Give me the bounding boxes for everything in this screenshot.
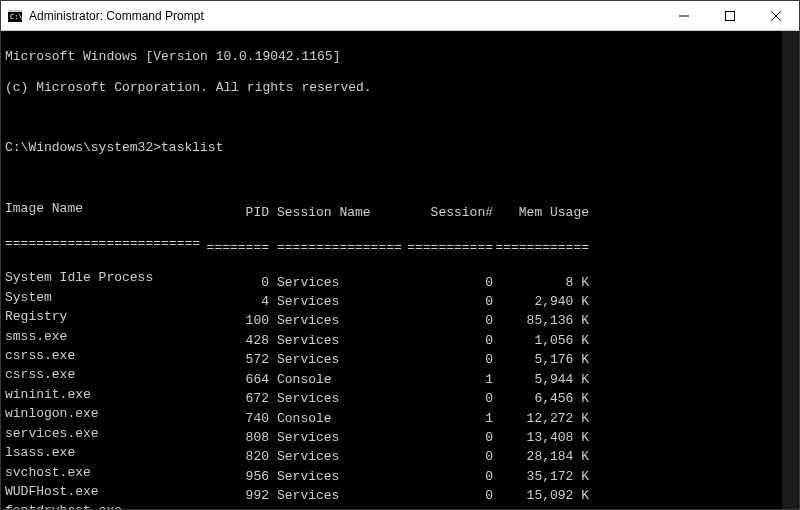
task-name: svchost.exe [5,465,205,480]
task-session: Services [269,469,405,484]
task-row: wininit.exe672Services06,456 K [5,387,799,406]
minimize-icon [679,11,689,21]
header-pid: PID [205,205,269,220]
task-row: WUDFHost.exe992Services015,092 K [5,484,799,503]
table-header: Image NamePIDSession NameSession#Mem Usa… [5,201,799,220]
task-mem: 2,940 K [493,294,589,309]
task-session-num: 0 [405,275,493,290]
task-mem: 12,272 K [493,411,589,426]
task-session-num: 0 [405,313,493,328]
task-session: Services [269,449,405,464]
typed-command: tasklist [161,140,223,155]
task-session-num: 0 [405,391,493,406]
header-session-name: Session Name [269,205,405,220]
task-row: lsass.exe820Services028,184 K [5,445,799,464]
task-mem: 5,944 K [493,372,589,387]
task-mem: 6,456 K [493,391,589,406]
task-session: Services [269,488,405,503]
task-pid: 4 [205,294,269,309]
task-name: csrss.exe [5,367,205,382]
task-pid: 740 [205,411,269,426]
task-session-num: 0 [405,430,493,445]
task-session: Services [269,313,405,328]
close-icon [771,11,781,21]
task-row: System4Services02,940 K [5,290,799,309]
task-row: System Idle Process0Services08 K [5,270,799,289]
task-row: Registry100Services085,136 K [5,309,799,328]
svg-rect-4 [726,11,735,20]
prompt-path: C:\Windows\system32> [5,140,161,155]
banner-line: Microsoft Windows [Version 10.0.19042.11… [5,49,799,64]
task-session-num: 0 [405,449,493,464]
task-row: svchost.exe956Services035,172 K [5,465,799,484]
task-name: smss.exe [5,329,205,344]
task-session-num: 1 [405,411,493,426]
window-title: Administrator: Command Prompt [29,9,204,23]
task-mem: 85,136 K [493,313,589,328]
task-row: fontdrvhost.exe1016Services02,592 K [5,503,799,509]
maximize-button[interactable] [707,1,753,31]
minimize-button[interactable] [661,1,707,31]
task-row: winlogon.exe740Console112,272 K [5,406,799,425]
task-pid: 1016 [205,508,269,509]
task-mem: 13,408 K [493,430,589,445]
task-name: System Idle Process [5,270,205,285]
task-name: lsass.exe [5,445,205,460]
task-session-num: 0 [405,352,493,367]
task-session-num: 0 [405,333,493,348]
task-row: csrss.exe664Console15,944 K [5,367,799,386]
task-session: Console [269,372,405,387]
task-pid: 672 [205,391,269,406]
task-session-num: 0 [405,508,493,509]
task-mem: 2,592 K [493,508,589,509]
task-pid: 992 [205,488,269,503]
task-session-num: 0 [405,294,493,309]
header-mem-usage: Mem Usage [493,205,589,220]
task-mem: 15,092 K [493,488,589,503]
task-mem: 35,172 K [493,469,589,484]
task-mem: 5,176 K [493,352,589,367]
maximize-icon [725,11,735,21]
task-name: services.exe [5,426,205,441]
task-pid: 956 [205,469,269,484]
vertical-scrollbar[interactable] [782,31,799,509]
cmd-icon: C:\ [7,8,23,24]
task-pid: 100 [205,313,269,328]
cmd-window: C:\ Administrator: Command Prompt Micros… [0,0,800,510]
task-session: Services [269,275,405,290]
close-button[interactable] [753,1,799,31]
prompt-line: C:\Windows\system32>tasklist [5,140,799,155]
blank-line [5,110,799,125]
task-session-num: 0 [405,469,493,484]
banner-line: (c) Microsoft Corporation. All rights re… [5,80,799,95]
svg-rect-1 [8,10,22,12]
task-row: csrss.exe572Services05,176 K [5,348,799,367]
table-separator: ========================================… [5,236,799,255]
task-session-num: 0 [405,488,493,503]
task-mem: 1,056 K [493,333,589,348]
task-row: services.exe808Services013,408 K [5,426,799,445]
task-name: WUDFHost.exe [5,484,205,499]
task-name: wininit.exe [5,387,205,402]
blank-line [5,171,799,186]
task-session: Services [269,333,405,348]
task-session: Services [269,352,405,367]
task-session: Services [269,430,405,445]
terminal-output[interactable]: Microsoft Windows [Version 10.0.19042.11… [1,31,799,509]
task-session: Services [269,391,405,406]
task-row: smss.exe428Services01,056 K [5,329,799,348]
task-name: csrss.exe [5,348,205,363]
task-session-num: 1 [405,372,493,387]
task-name: System [5,290,205,305]
task-session: Console [269,411,405,426]
task-session: Services [269,508,405,509]
task-name: Registry [5,309,205,324]
task-rows-container: System Idle Process0Services08 KSystem4S… [5,270,799,509]
task-pid: 572 [205,352,269,367]
header-image-name: Image Name [5,201,205,216]
task-name: winlogon.exe [5,406,205,421]
task-mem: 8 K [493,275,589,290]
task-session: Services [269,294,405,309]
task-pid: 820 [205,449,269,464]
titlebar[interactable]: C:\ Administrator: Command Prompt [1,1,799,31]
